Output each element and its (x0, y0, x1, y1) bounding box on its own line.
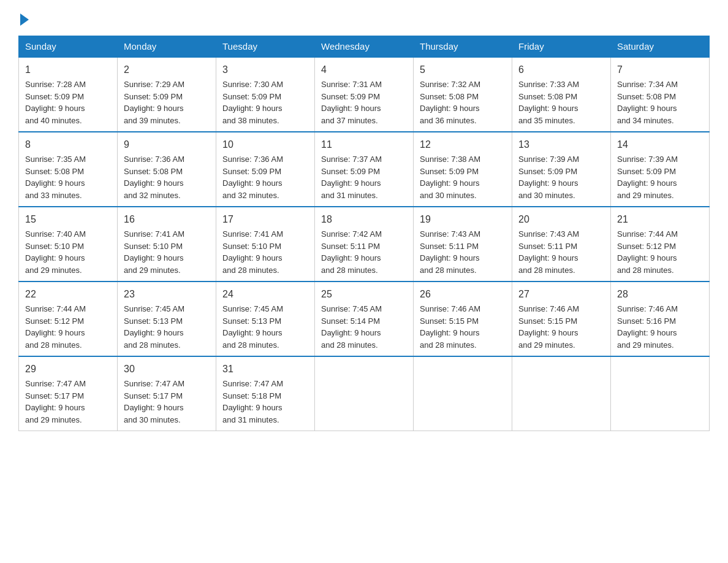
day-info: Sunrise: 7:44 AM Sunset: 5:12 PM Dayligh… (25, 303, 111, 351)
calendar-cell: 30Sunrise: 7:47 AM Sunset: 5:17 PM Dayli… (118, 356, 216, 431)
calendar-cell: 14Sunrise: 7:39 AM Sunset: 5:09 PM Dayli… (611, 132, 710, 207)
day-info: Sunrise: 7:46 AM Sunset: 5:15 PM Dayligh… (420, 303, 506, 351)
header-cell-monday: Monday (118, 36, 216, 58)
day-number: 14 (617, 137, 703, 152)
day-info: Sunrise: 7:32 AM Sunset: 5:08 PM Dayligh… (420, 79, 506, 126)
day-number: 24 (222, 287, 308, 302)
calendar-cell: 15Sunrise: 7:40 AM Sunset: 5:10 PM Dayli… (19, 207, 118, 282)
header-row: SundayMondayTuesdayWednesdayThursdayFrid… (19, 36, 710, 58)
day-number: 8 (25, 137, 111, 152)
day-number: 25 (321, 287, 407, 302)
day-number: 12 (420, 137, 506, 152)
calendar-cell: 25Sunrise: 7:45 AM Sunset: 5:14 PM Dayli… (315, 282, 414, 356)
calendar-cell (315, 356, 414, 431)
day-info: Sunrise: 7:43 AM Sunset: 5:11 PM Dayligh… (518, 228, 604, 276)
calendar-cell: 20Sunrise: 7:43 AM Sunset: 5:11 PM Dayli… (512, 207, 611, 282)
day-number: 31 (222, 362, 308, 377)
day-number: 27 (518, 287, 604, 302)
calendar-cell: 9Sunrise: 7:36 AM Sunset: 5:08 PM Daylig… (118, 132, 216, 207)
day-number: 19 (420, 212, 506, 227)
calendar-cell: 8Sunrise: 7:35 AM Sunset: 5:08 PM Daylig… (19, 132, 118, 207)
calendar-table: SundayMondayTuesdayWednesdayThursdayFrid… (18, 36, 710, 431)
day-number: 10 (222, 137, 308, 152)
day-info: Sunrise: 7:42 AM Sunset: 5:11 PM Dayligh… (321, 228, 407, 276)
calendar-cell: 11Sunrise: 7:37 AM Sunset: 5:09 PM Dayli… (315, 132, 414, 207)
day-number: 21 (617, 212, 703, 227)
calendar-header: SundayMondayTuesdayWednesdayThursdayFrid… (19, 36, 710, 58)
day-number: 5 (420, 63, 506, 77)
day-info: Sunrise: 7:47 AM Sunset: 5:17 PM Dayligh… (25, 378, 111, 426)
header-cell-friday: Friday (512, 36, 611, 58)
page-header (18, 12, 710, 23)
day-number: 15 (25, 212, 111, 227)
logo (18, 12, 29, 23)
day-info: Sunrise: 7:36 AM Sunset: 5:08 PM Dayligh… (124, 153, 210, 201)
day-number: 30 (124, 362, 210, 377)
day-number: 4 (321, 63, 407, 77)
day-number: 28 (617, 287, 703, 302)
calendar-cell: 13Sunrise: 7:39 AM Sunset: 5:09 PM Dayli… (512, 132, 611, 207)
day-number: 17 (222, 212, 308, 227)
calendar-cell: 23Sunrise: 7:45 AM Sunset: 5:13 PM Dayli… (118, 282, 216, 356)
calendar-cell: 4Sunrise: 7:31 AM Sunset: 5:09 PM Daylig… (315, 57, 414, 132)
calendar-cell (611, 356, 710, 431)
day-number: 18 (321, 212, 407, 227)
day-number: 11 (321, 137, 407, 152)
day-info: Sunrise: 7:41 AM Sunset: 5:10 PM Dayligh… (124, 228, 210, 276)
day-info: Sunrise: 7:31 AM Sunset: 5:09 PM Dayligh… (321, 79, 407, 126)
day-number: 20 (518, 212, 604, 227)
calendar-cell: 6Sunrise: 7:33 AM Sunset: 5:08 PM Daylig… (512, 57, 611, 132)
calendar-cell: 3Sunrise: 7:30 AM Sunset: 5:09 PM Daylig… (216, 57, 315, 132)
day-info: Sunrise: 7:47 AM Sunset: 5:17 PM Dayligh… (124, 378, 210, 426)
day-info: Sunrise: 7:47 AM Sunset: 5:18 PM Dayligh… (222, 378, 308, 426)
day-info: Sunrise: 7:36 AM Sunset: 5:09 PM Dayligh… (222, 153, 308, 201)
calendar-cell: 10Sunrise: 7:36 AM Sunset: 5:09 PM Dayli… (216, 132, 315, 207)
day-info: Sunrise: 7:35 AM Sunset: 5:08 PM Dayligh… (25, 153, 111, 201)
day-info: Sunrise: 7:41 AM Sunset: 5:10 PM Dayligh… (222, 228, 308, 276)
day-info: Sunrise: 7:43 AM Sunset: 5:11 PM Dayligh… (420, 228, 506, 276)
calendar-cell: 31Sunrise: 7:47 AM Sunset: 5:18 PM Dayli… (216, 356, 315, 431)
day-info: Sunrise: 7:44 AM Sunset: 5:12 PM Dayligh… (617, 228, 703, 276)
day-number: 3 (222, 63, 308, 77)
logo-arrow-icon (20, 13, 29, 26)
header-cell-tuesday: Tuesday (216, 36, 315, 58)
calendar-cell (414, 356, 512, 431)
calendar-cell: 2Sunrise: 7:29 AM Sunset: 5:09 PM Daylig… (118, 57, 216, 132)
day-number: 7 (617, 63, 703, 77)
header-cell-thursday: Thursday (414, 36, 512, 58)
calendar-cell: 27Sunrise: 7:46 AM Sunset: 5:15 PM Dayli… (512, 282, 611, 356)
calendar-body: 1Sunrise: 7:28 AM Sunset: 5:09 PM Daylig… (19, 57, 710, 431)
day-info: Sunrise: 7:40 AM Sunset: 5:10 PM Dayligh… (25, 228, 111, 276)
header-cell-wednesday: Wednesday (315, 36, 414, 58)
day-info: Sunrise: 7:34 AM Sunset: 5:08 PM Dayligh… (617, 79, 703, 126)
header-cell-saturday: Saturday (611, 36, 710, 58)
calendar-cell: 22Sunrise: 7:44 AM Sunset: 5:12 PM Dayli… (19, 282, 118, 356)
calendar-cell: 29Sunrise: 7:47 AM Sunset: 5:17 PM Dayli… (19, 356, 118, 431)
calendar-cell: 17Sunrise: 7:41 AM Sunset: 5:10 PM Dayli… (216, 207, 315, 282)
calendar-cell: 26Sunrise: 7:46 AM Sunset: 5:15 PM Dayli… (414, 282, 512, 356)
logo-general (18, 12, 29, 26)
calendar-cell: 21Sunrise: 7:44 AM Sunset: 5:12 PM Dayli… (611, 207, 710, 282)
day-info: Sunrise: 7:33 AM Sunset: 5:08 PM Dayligh… (518, 79, 604, 126)
day-info: Sunrise: 7:46 AM Sunset: 5:16 PM Dayligh… (617, 303, 703, 351)
day-number: 16 (124, 212, 210, 227)
day-info: Sunrise: 7:45 AM Sunset: 5:13 PM Dayligh… (222, 303, 308, 351)
calendar-cell (512, 356, 611, 431)
week-row: 22Sunrise: 7:44 AM Sunset: 5:12 PM Dayli… (19, 282, 710, 356)
day-info: Sunrise: 7:30 AM Sunset: 5:09 PM Dayligh… (222, 79, 308, 126)
day-info: Sunrise: 7:37 AM Sunset: 5:09 PM Dayligh… (321, 153, 407, 201)
day-number: 29 (25, 362, 111, 377)
week-row: 15Sunrise: 7:40 AM Sunset: 5:10 PM Dayli… (19, 207, 710, 282)
header-cell-sunday: Sunday (19, 36, 118, 58)
week-row: 1Sunrise: 7:28 AM Sunset: 5:09 PM Daylig… (19, 57, 710, 132)
day-info: Sunrise: 7:38 AM Sunset: 5:09 PM Dayligh… (420, 153, 506, 201)
calendar-cell: 5Sunrise: 7:32 AM Sunset: 5:08 PM Daylig… (414, 57, 512, 132)
calendar-cell: 1Sunrise: 7:28 AM Sunset: 5:09 PM Daylig… (19, 57, 118, 132)
calendar-cell: 18Sunrise: 7:42 AM Sunset: 5:11 PM Dayli… (315, 207, 414, 282)
day-info: Sunrise: 7:28 AM Sunset: 5:09 PM Dayligh… (25, 79, 111, 126)
calendar-cell: 19Sunrise: 7:43 AM Sunset: 5:11 PM Dayli… (414, 207, 512, 282)
day-number: 13 (518, 137, 604, 152)
day-info: Sunrise: 7:39 AM Sunset: 5:09 PM Dayligh… (518, 153, 604, 201)
day-number: 2 (124, 63, 210, 77)
day-number: 9 (124, 137, 210, 152)
